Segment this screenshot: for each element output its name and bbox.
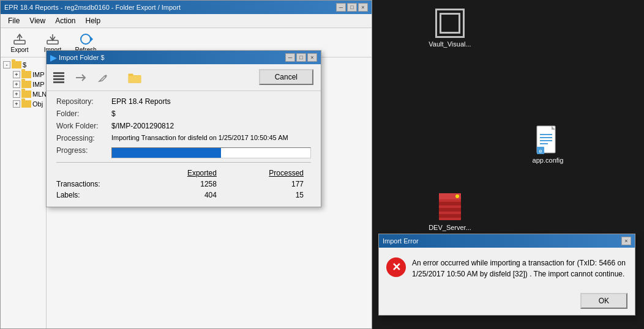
folder-row: Folder: $	[56, 109, 311, 118]
export-icon	[12, 32, 27, 46]
svg-rect-25	[439, 208, 461, 212]
import-dialog: ▶ Import Folder $ ─ □ ×	[46, 50, 321, 207]
menu-help[interactable]: Help	[81, 15, 106, 26]
error-dialog-footer: OK	[379, 289, 635, 315]
tree-item-mln[interactable]: + MLN	[1, 89, 46, 99]
svg-rect-24	[439, 202, 461, 205]
appconfig-icon-svg: e	[536, 125, 560, 154]
svg-rect-8	[53, 81, 64, 83]
progress-bar-fill	[112, 148, 221, 158]
col-exported-header: Exported	[146, 168, 224, 179]
repository-label: Repository:	[56, 97, 111, 106]
error-circle: ✕	[386, 257, 406, 277]
appconfig-label: app.config	[533, 157, 564, 164]
edit-icon[interactable]	[95, 70, 110, 85]
folder-value: $	[111, 109, 116, 118]
import-close-button[interactable]: ×	[307, 53, 317, 62]
devserver-icon-img	[435, 192, 465, 221]
svg-point-27	[455, 194, 459, 198]
cancel-button[interactable]: Cancel	[259, 69, 313, 85]
labels-processed: 15	[224, 190, 311, 201]
sidebar: - $ + IMP + IMP + MLN	[1, 57, 47, 328]
tree-expand-root[interactable]: -	[3, 61, 10, 68]
maximize-button[interactable]: □	[347, 3, 357, 12]
import-maximize-button[interactable]: □	[296, 53, 306, 62]
vault-visual-icon-img	[435, 9, 465, 38]
ok-button[interactable]: OK	[580, 293, 627, 309]
folder-icon-imp1	[21, 71, 31, 78]
repository-value: EPR 18.4 Reports	[111, 97, 171, 106]
error-dialog: Import Error × ✕ An error occurred while…	[378, 234, 635, 316]
error-dialog-title: Import Error	[383, 237, 419, 245]
progress-label: Progress:	[56, 146, 111, 158]
tree-expand-obj[interactable]: +	[13, 100, 20, 108]
svg-rect-6	[53, 75, 64, 77]
tree-item-imp2-label: IMP	[32, 81, 45, 88]
error-message: An error occurred while importing a tran…	[412, 257, 627, 279]
import-dialog-body: Repository: EPR 18.4 Reports Folder: $ W…	[47, 91, 321, 207]
folder-open-icon[interactable]	[127, 70, 142, 85]
import-dialog-icon: ▶	[50, 53, 56, 62]
error-dialog-body: ✕ An error occurred while importing a tr…	[379, 248, 635, 289]
labels-label: Labels:	[56, 190, 146, 201]
import-minimize-button[interactable]: ─	[285, 53, 295, 62]
error-close-button[interactable]: ×	[621, 237, 631, 245]
folder-icon-obj	[21, 100, 31, 108]
progress-bar-container	[111, 146, 311, 158]
transactions-processed: 177	[224, 179, 311, 190]
menu-view[interactable]: View	[24, 15, 50, 26]
svg-rect-26	[439, 214, 461, 218]
import-dialog-controls: ─ □ ×	[285, 53, 317, 62]
vault-visual-shape	[435, 9, 465, 38]
vault-visual-icon[interactable]: Vault_Visual...	[425, 6, 474, 50]
progress-row: Progress:	[56, 146, 311, 158]
tree-item-imp2[interactable]: + IMP	[1, 79, 46, 89]
svg-rect-5	[53, 72, 64, 74]
epr-title-bar: EPR 18.4 Reports - reg2msdb0160 - Folder…	[1, 1, 372, 14]
send-icon[interactable]	[73, 70, 88, 85]
cancel-button-container: Cancel	[259, 69, 313, 85]
transactions-exported: 1258	[146, 179, 224, 190]
menu-file[interactable]: File	[3, 15, 24, 26]
close-button[interactable]: ×	[358, 3, 368, 12]
export-button[interactable]: Export	[4, 31, 35, 54]
repository-row: Repository: EPR 18.4 Reports	[56, 97, 311, 106]
tree-expand-mln[interactable]: +	[13, 91, 20, 98]
import-dialog-title: Import Folder $	[59, 54, 105, 61]
tree-item-imp1[interactable]: + IMP	[1, 70, 46, 79]
devserver-label: DEV_Server...	[429, 224, 471, 231]
devserver-icon-svg	[438, 192, 462, 221]
labels-row: Labels: 404 15	[56, 190, 311, 201]
processing-value: Importing Transaction for disfeld on 1/2…	[111, 134, 288, 142]
export-label: Export	[11, 46, 29, 53]
menu-action[interactable]: Action	[50, 15, 80, 26]
tree-root-label: $	[23, 61, 26, 68]
work-folder-value: $/IMP-2001290812	[111, 122, 174, 130]
svg-marker-4	[91, 37, 93, 42]
col-processed-header: Processed	[224, 168, 311, 179]
tree-expand-imp1[interactable]: +	[13, 71, 20, 78]
stats-table: Exported Processed Transactions: 1258 17…	[56, 168, 311, 201]
folder-icon-mln	[21, 91, 31, 98]
processing-row: Processing: Importing Transaction for di…	[56, 134, 311, 142]
appconfig-icon-img: e	[533, 125, 563, 154]
import-icon	[45, 32, 60, 46]
tree-expand-imp2[interactable]: +	[13, 81, 20, 88]
tree-item-imp1-label: IMP	[32, 71, 45, 78]
folder-icon-imp2	[21, 81, 31, 88]
svg-rect-0	[14, 40, 25, 44]
epr-title: EPR 18.4 Reports - reg2msdb0160 - Folder…	[4, 4, 181, 11]
tree-item-obj-label: Obj	[32, 100, 43, 108]
processing-label: Processing:	[56, 134, 111, 142]
svg-text:e: e	[539, 148, 542, 154]
list-icon[interactable]	[51, 70, 66, 85]
work-folder-row: Work Folder: $/IMP-2001290812	[56, 122, 311, 130]
devserver-desktop-icon[interactable]: DEV_Server...	[425, 190, 474, 234]
appconfig-desktop-icon[interactable]: e app.config	[523, 122, 572, 166]
tree-item-obj[interactable]: + Obj	[1, 99, 46, 109]
col-name-header	[56, 168, 146, 179]
vault-visual-label: Vault_Visual...	[429, 40, 471, 48]
minimize-button[interactable]: ─	[336, 3, 346, 12]
import-dialog-title-bar: ▶ Import Folder $ ─ □ ×	[47, 51, 321, 64]
tree-root[interactable]: - $	[1, 60, 46, 70]
